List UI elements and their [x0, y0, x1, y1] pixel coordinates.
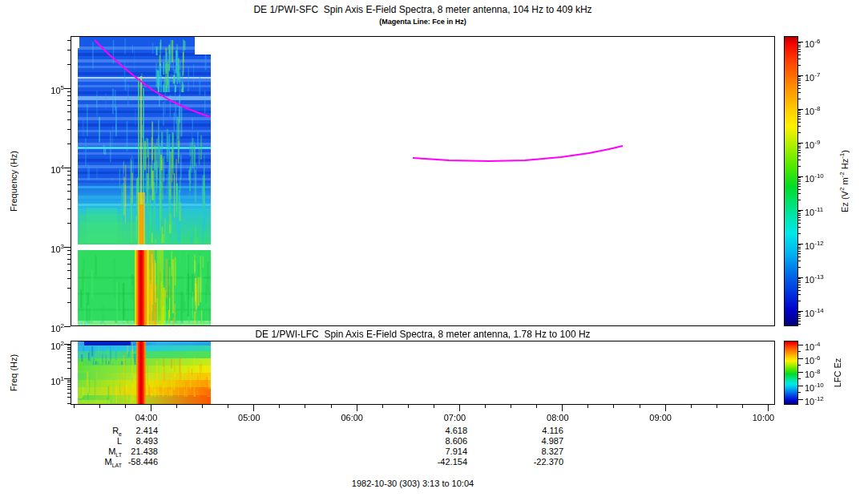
lfc-spectrogram-canvas: [71, 341, 775, 405]
axis-tick: [798, 345, 803, 345]
axis-tick: [434, 405, 434, 408]
axis-tick: [64, 326, 71, 327]
axis-tick: [67, 50, 71, 51]
axis-tick: [67, 270, 71, 271]
axis-tick: [176, 405, 177, 408]
ephemeris-value: 8.606: [411, 436, 467, 446]
axis-tick: [151, 405, 151, 411]
axis-tick: [798, 277, 803, 278]
x-tick-label: 06:00: [328, 413, 376, 422]
axis-tick: [99, 405, 100, 408]
axis-tick: [798, 324, 801, 325]
log-tick-label: 102: [35, 338, 64, 352]
axis-tick: [67, 393, 71, 394]
axis-tick: [798, 42, 801, 43]
axis-tick: [798, 312, 801, 313]
axis-tick: [798, 177, 801, 178]
ephemeris-value: 4.116: [507, 426, 563, 435]
x-tick-label: 09:00: [636, 413, 684, 422]
axis-tick: [67, 384, 71, 385]
axis-tick: [798, 316, 801, 317]
axis-tick: [798, 110, 801, 111]
axis-tick: [798, 160, 801, 160]
axis-tick: [67, 302, 71, 303]
axis-tick: [64, 378, 71, 379]
axis-tick: [798, 247, 801, 248]
axis-tick: [798, 122, 801, 123]
axis-tick: [798, 244, 803, 244]
ephemeris-value: 4.618: [411, 426, 467, 435]
axis-tick: [798, 166, 801, 167]
axis-tick: [587, 405, 588, 408]
axis-tick: [798, 186, 801, 187]
lfc-y-axis-label: Freq (Hz): [9, 354, 18, 391]
axis-tick: [228, 405, 228, 408]
axis-tick: [798, 146, 801, 147]
axis-tick: [64, 344, 71, 345]
axis-tick: [798, 45, 801, 46]
log-tick-label: 10-8: [805, 103, 840, 117]
ephemeris-value: 7.914: [411, 446, 467, 456]
axis-tick: [798, 49, 801, 50]
axis-tick: [67, 380, 71, 381]
axis-tick: [798, 176, 803, 177]
axis-tick: [67, 382, 71, 382]
log-tick-label: 10-13: [805, 272, 840, 285]
axis-tick: [67, 180, 71, 180]
axis-tick: [798, 223, 801, 224]
axis-tick: [798, 59, 801, 59]
axis-tick: [798, 213, 801, 214]
axis-tick: [798, 200, 801, 200]
axis-tick: [202, 405, 203, 408]
axis-tick: [67, 40, 71, 41]
axis-tick: [798, 261, 801, 261]
log-tick-label: 10-4: [805, 339, 840, 353]
time-range-footer: 1982-10-30 (303) 3:13 to 10:04: [352, 479, 474, 488]
axis-tick: [798, 184, 801, 184]
axis-tick: [536, 405, 537, 408]
axis-tick: [798, 386, 803, 386]
axis-tick: [408, 405, 409, 408]
axis-tick: [798, 88, 801, 89]
axis-tick: [798, 287, 801, 288]
axis-tick: [798, 143, 801, 144]
axis-tick: [798, 109, 803, 110]
sfc-colorbar: [784, 36, 798, 326]
log-tick-label: 10-9: [805, 137, 840, 151]
axis-tick: [74, 405, 75, 408]
axis-tick: [798, 143, 803, 143]
axis-tick: [640, 405, 640, 408]
axis-tick: [67, 105, 71, 106]
axis-tick: [253, 405, 254, 411]
axis-tick: [798, 79, 801, 79]
axis-tick: [798, 294, 801, 295]
axis-tick: [798, 189, 801, 190]
ephemeris-value: 21.438: [102, 446, 158, 456]
log-tick-label: 10-6: [805, 353, 840, 366]
axis-tick: [798, 211, 801, 212]
axis-tick: [798, 152, 801, 153]
axis-tick: [562, 405, 563, 411]
lfc-colorbar: [784, 341, 798, 405]
log-tick-label: 10-7: [805, 70, 840, 83]
axis-tick: [665, 405, 666, 411]
axis-tick: [67, 345, 71, 345]
log-tick-label: 10-8: [805, 366, 840, 380]
axis-tick: [798, 301, 801, 301]
axis-tick: [67, 119, 71, 120]
axis-tick: [798, 372, 803, 373]
axis-tick: [67, 368, 71, 369]
log-tick-label: 10-10: [805, 171, 840, 184]
axis-tick: [798, 285, 801, 285]
axis-tick: [511, 405, 511, 408]
axis-tick: [798, 248, 801, 249]
axis-tick: [67, 184, 71, 185]
x-tick-label: 07:00: [430, 413, 478, 422]
axis-tick: [67, 199, 71, 200]
axis-tick: [798, 311, 803, 312]
axis-tick: [67, 64, 71, 65]
axis-tick: [798, 257, 801, 257]
axis-tick: [67, 389, 71, 390]
axis-tick: [382, 405, 383, 408]
axis-tick: [67, 347, 71, 348]
